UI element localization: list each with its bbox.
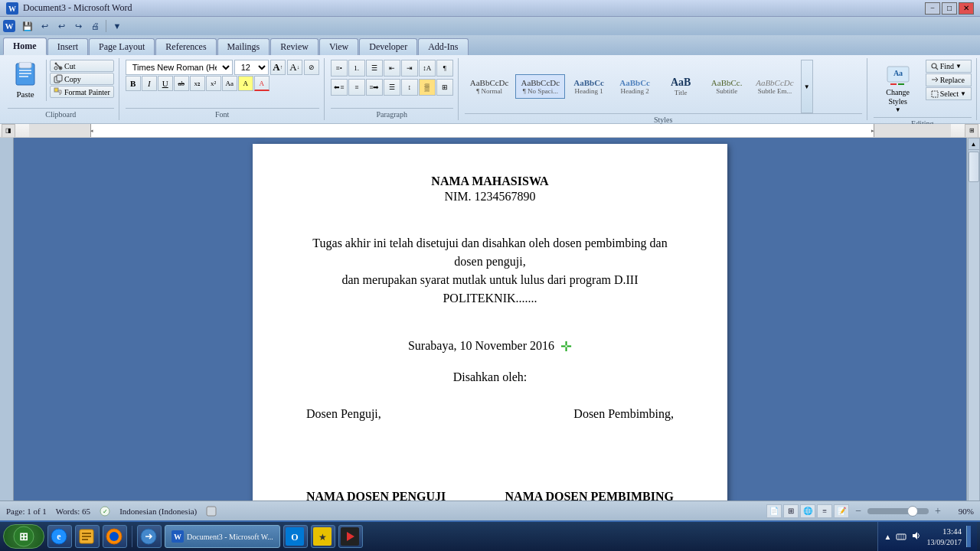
style-normal[interactable]: AaBbCcDc ¶ Normal	[465, 74, 514, 99]
copy-button[interactable]: Copy	[50, 73, 114, 85]
replace-icon	[931, 77, 939, 84]
show-marks-button[interactable]: ¶	[436, 60, 453, 77]
print-layout-button[interactable]: 📄	[766, 504, 782, 518]
language-indicator[interactable]: Indonesian (Indonesia)	[119, 507, 197, 516]
align-right-button[interactable]: ≡➡	[366, 79, 383, 96]
tray-date: 13/09/2017	[926, 537, 962, 547]
print-preview-button[interactable]: 🖨	[87, 19, 103, 33]
ruler-left-button[interactable]: ◨	[2, 124, 15, 138]
system-tray: ▲ 13:44 13/09/2017	[877, 522, 977, 551]
cut-label: Cut	[64, 62, 75, 70]
style-subtitle-preview: AaBbCc.	[711, 78, 743, 87]
italic-button[interactable]: I	[142, 76, 157, 91]
taskbar-outlook-button[interactable]: O	[283, 525, 308, 548]
increase-indent-button[interactable]: ⇥	[401, 60, 418, 77]
save-button[interactable]: 💾	[20, 19, 35, 33]
borders-button[interactable]: ⊞	[436, 79, 453, 96]
tab-developer[interactable]: Developer	[359, 38, 417, 55]
undo-button[interactable]: ↩	[37, 19, 52, 33]
tab-references[interactable]: References	[155, 38, 216, 55]
undo2-button[interactable]: ↩	[54, 19, 69, 33]
paste-button[interactable]: Paste	[8, 60, 43, 101]
zoom-minus-button[interactable]: −	[855, 505, 861, 517]
underline-button[interactable]: U	[158, 76, 173, 91]
fontcolor-button[interactable]: A	[254, 76, 270, 91]
numbering-button[interactable]: 1.	[348, 60, 365, 77]
decrease-indent-button[interactable]: ⇤	[384, 60, 400, 77]
tab-pagelayout[interactable]: Page Layout	[89, 38, 155, 55]
tab-mailings[interactable]: Mailings	[217, 38, 270, 55]
word-taskbar-icon: W	[172, 530, 184, 543]
replace-button[interactable]: Replace	[926, 73, 972, 86]
sort-button[interactable]: ↕A	[419, 60, 436, 77]
minimize-button[interactable]: −	[925, 2, 940, 15]
close-button[interactable]: ✕	[959, 2, 974, 15]
style-title-label: Title	[675, 89, 688, 96]
scroll-thumb[interactable]	[969, 152, 979, 182]
style-title[interactable]: AaB Title	[658, 73, 703, 100]
select-button[interactable]: Select ▼	[926, 87, 972, 100]
web-layout-button[interactable]: 🌐	[800, 504, 815, 518]
taskbar-word-active-button[interactable]: W Document3 - Microsoft W...	[165, 525, 280, 548]
superscript-button[interactable]: x²	[206, 76, 221, 91]
full-screen-button[interactable]: ⊞	[783, 504, 799, 518]
left-sidebar	[0, 138, 14, 549]
tab-review[interactable]: Review	[270, 38, 318, 55]
cut-button[interactable]: Cut	[50, 60, 114, 72]
taskbar-firefox-button[interactable]	[103, 525, 127, 548]
statusbar: Page: 1 of 1 Words: 65 ✓ Indonesian (Ind…	[0, 500, 980, 520]
tray-show-hidden[interactable]: ▲	[884, 533, 892, 541]
bullets-button[interactable]: ≡•	[331, 60, 348, 77]
change-styles-button[interactable]: Aa Change Styles ▼	[874, 60, 923, 117]
multilevel-button[interactable]: ☰	[366, 60, 383, 77]
zoom-plus-button[interactable]: +	[935, 505, 941, 517]
highlight-button[interactable]: A	[238, 76, 253, 91]
shading-button[interactable]: ▒	[419, 79, 436, 96]
qat-dropdown-button[interactable]: ▼	[109, 19, 125, 33]
start-button[interactable]: ⊞	[3, 524, 44, 549]
scroll-track[interactable]	[968, 150, 980, 537]
clear-formatting-button[interactable]: ⊘	[304, 60, 319, 75]
taskbar-arrow-button[interactable]	[137, 525, 162, 548]
scroll-up-button[interactable]: ▲	[968, 138, 980, 150]
style-subtle-emphasis[interactable]: AaBbCcDc Subtle Em...	[750, 74, 799, 99]
tray-time: 13:44	[926, 526, 962, 536]
ruler-right-button[interactable]: ⊞	[965, 124, 978, 138]
font-size-select[interactable]: 12	[234, 60, 269, 75]
tray-time-date[interactable]: 13:44 13/09/2017	[926, 526, 962, 546]
find-button[interactable]: Find ▼	[926, 60, 972, 73]
outline-button[interactable]: ≡	[817, 504, 832, 518]
macro-icon	[206, 506, 217, 517]
justify-button[interactable]: ☰	[384, 79, 400, 96]
taskbar-explorer-button[interactable]	[75, 525, 100, 548]
shrink-font-button[interactable]: A↓	[287, 60, 302, 75]
changecase-button[interactable]: Aa	[222, 76, 237, 91]
styles-scroll-button[interactable]: ▼	[801, 60, 813, 113]
taskbar-media-button[interactable]: ★	[311, 525, 335, 548]
show-desktop-button[interactable]	[966, 526, 971, 547]
taskbar-video-button[interactable]	[338, 525, 363, 548]
line-spacing-button[interactable]: ↕	[401, 79, 418, 96]
style-heading2[interactable]: AaBbCc Heading 2	[612, 74, 657, 99]
font-name-select[interactable]: Times New Roman (Hea	[126, 60, 233, 75]
bold-button[interactable]: B	[126, 76, 141, 91]
grow-font-button[interactable]: A↑	[270, 60, 286, 75]
strikethrough-button[interactable]: ab	[174, 76, 189, 91]
format-painter-button[interactable]: Format Painter	[50, 86, 114, 98]
subscript-button[interactable]: x₂	[190, 76, 205, 91]
style-subtitle[interactable]: AaBbCc. Subtitle	[704, 74, 749, 99]
zoom-slider[interactable]	[867, 508, 929, 514]
align-center-button[interactable]: ≡	[348, 79, 365, 96]
document-area[interactable]: NAMA MAHASISWA NIM. 1234567890 Tugas akh…	[14, 138, 966, 549]
draft-button[interactable]: 📝	[834, 504, 849, 518]
align-left-button[interactable]: ⬅≡	[331, 79, 348, 96]
maximize-button[interactable]: □	[942, 2, 957, 15]
redo-button[interactable]: ↪	[70, 19, 86, 33]
tab-view[interactable]: View	[319, 38, 358, 55]
tab-insert[interactable]: Insert	[47, 38, 88, 55]
style-heading1[interactable]: AaBbCc Heading 1	[567, 74, 611, 99]
taskbar-ie-button[interactable]: e	[47, 525, 72, 548]
tab-addins[interactable]: Add-Ins	[418, 38, 468, 55]
style-nospacing[interactable]: AaBbCcDc ¶ No Spaci...	[515, 74, 565, 99]
tab-home[interactable]: Home	[3, 37, 47, 55]
